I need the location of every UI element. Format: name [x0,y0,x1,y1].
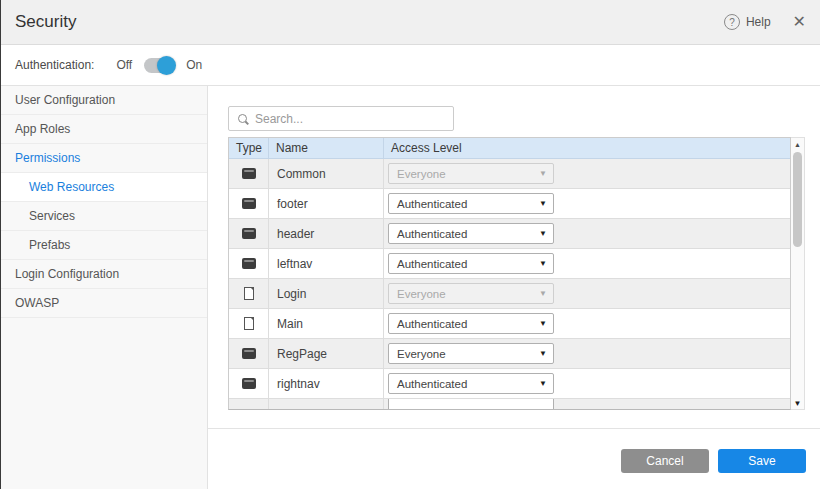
access-level-dropdown[interactable]: Everyone ▼ [388,163,554,184]
page-title: Security [15,12,76,32]
access-level-value: Everyone [389,168,533,180]
table-body: Common Everyone ▼ footer Authenticated ▼… [229,159,790,399]
access-level-dropdown[interactable]: Authenticated ▼ [388,223,554,244]
access-level-dropdown[interactable]: Authenticated ▼ [388,253,554,274]
type-cell [229,189,269,218]
search-input[interactable] [255,112,445,126]
widget-icon [242,198,256,209]
access-level-value: Authenticated [389,378,533,390]
access-level-value: Everyone [389,348,533,360]
sidebar-item-permissions[interactable]: Permissions [1,144,207,173]
type-cell [229,309,269,338]
access-level-value: Authenticated [389,258,533,270]
access-level-value: Authenticated [389,198,533,210]
scroll-down-icon[interactable]: ▼ [791,397,804,409]
access-level-dropdown[interactable]: Authenticated ▼ [388,193,554,214]
sidebar-item-web-resources[interactable]: Web Resources [1,173,207,202]
access-level-dropdown[interactable]: Authenticated ▼ [388,373,554,394]
sidebar-item-app-roles[interactable]: App Roles [1,115,207,144]
chevron-down-icon: ▼ [533,260,553,268]
access-cell: Authenticated ▼ [384,189,790,218]
access-cell: Everyone ▼ [384,339,790,368]
access-level-value: Authenticated [389,228,533,240]
access-cell: Authenticated ▼ [384,249,790,278]
column-header-name: Name [269,138,384,158]
chevron-down-icon: ▼ [533,380,553,388]
resource-name: footer [269,189,384,218]
widget-icon [242,378,256,389]
chevron-down-icon: ▼ [533,200,553,208]
toggle-on-label: On [186,58,202,72]
type-cell [229,219,269,248]
widget-icon [242,348,256,359]
table-row: Main Authenticated ▼ [229,309,790,339]
table-row: leftnav Authenticated ▼ [229,249,790,279]
type-cell [229,369,269,398]
scrollbar-thumb[interactable] [793,152,802,247]
resource-name: Common [269,159,384,188]
search-box [228,106,454,131]
page-icon [244,287,254,300]
table-row: header Authenticated ▼ [229,219,790,249]
type-cell [229,159,269,188]
access-cell: Authenticated ▼ [384,309,790,338]
chevron-down-icon: ▼ [533,320,553,328]
toggle-off-label: Off [116,58,132,72]
sidebar-item-services[interactable]: Services [1,202,207,231]
table-row: footer Authenticated ▼ [229,189,790,219]
authentication-toggle[interactable] [144,58,174,73]
table-row: rightnav Authenticated ▼ [229,369,790,399]
table-row: Login Everyone ▼ [229,279,790,309]
type-cell [229,339,269,368]
authentication-label: Authentication: [15,58,94,72]
resource-name: rightnav [269,369,384,398]
sidebar-item-login-configuration[interactable]: Login Configuration [1,260,207,289]
table-header-row: Type Name Access Level [229,138,790,159]
chevron-down-icon: ▼ [533,230,553,238]
chevron-down-icon: ▼ [533,170,553,178]
authentication-bar: Authentication: Off On [1,45,820,86]
resource-name: leftnav [269,249,384,278]
help-icon[interactable]: ? [724,14,740,30]
access-level-dropdown[interactable]: Everyone ▼ [388,283,554,304]
access-level-dropdown[interactable]: Everyone ▼ [388,343,554,364]
cancel-button[interactable]: Cancel [621,449,709,473]
sidebar-item-prefabs[interactable]: Prefabs [1,231,207,260]
help-link[interactable]: Help [746,15,771,29]
search-icon [237,113,249,125]
type-cell [229,279,269,308]
column-header-access-level: Access Level [384,138,790,158]
access-level-dropdown[interactable] [388,399,554,410]
access-cell: Everyone ▼ [384,279,790,308]
security-dialog: Security ? Help ✕ Authentication: Off On… [0,0,820,489]
access-cell: Authenticated ▼ [384,219,790,248]
scroll-up-icon[interactable]: ▲ [791,138,804,150]
toggle-knob [157,56,176,75]
access-level-value: Everyone [389,288,533,300]
type-cell [229,249,269,278]
dialog-header: Security ? Help ✕ [1,0,820,45]
main-content: Type Name Access Level Common Everyone ▼… [208,86,820,489]
access-cell: Authenticated ▼ [384,369,790,398]
vertical-scrollbar[interactable]: ▲ ▼ [791,137,805,410]
sidebar-item-owasp[interactable]: OWASP [1,289,207,318]
sidebar-item-user-configuration[interactable]: User Configuration [1,86,207,115]
chevron-down-icon: ▼ [533,290,553,298]
resource-name: RegPage [269,339,384,368]
widget-icon [242,168,256,179]
access-level-value: Authenticated [389,318,533,330]
resource-name: Login [269,279,384,308]
footer-divider [208,428,820,429]
table-row: RegPage Everyone ▼ [229,339,790,369]
access-cell: Everyone ▼ [384,159,790,188]
column-header-type: Type [229,138,269,158]
close-icon[interactable]: ✕ [793,14,806,30]
access-level-dropdown[interactable]: Authenticated ▼ [388,313,554,334]
resource-name: header [269,219,384,248]
save-button[interactable]: Save [718,449,806,473]
table-row-partial [229,399,790,410]
widget-icon [242,258,256,269]
widget-icon [242,228,256,239]
chevron-down-icon: ▼ [533,350,553,358]
sidebar: User Configuration App Roles Permissions… [1,86,208,489]
